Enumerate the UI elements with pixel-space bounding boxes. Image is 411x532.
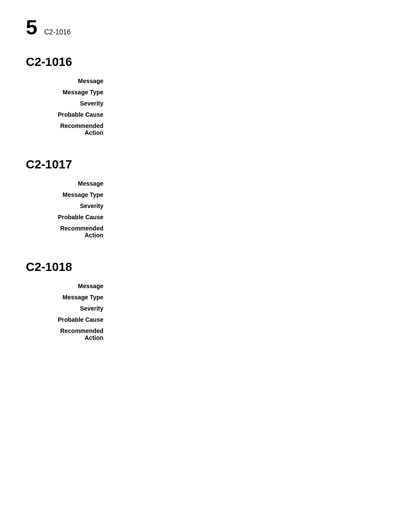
entry-c2-1016-field-label-3: Probable Cause bbox=[26, 111, 112, 122]
entry-c2-1016-field-label-1: Message Type bbox=[26, 89, 112, 100]
entry-c2-1018-field-row-1: Message Type bbox=[26, 294, 385, 305]
entry-c2-1018-field-value-3 bbox=[112, 316, 385, 327]
entry-c2-1017-field-value-2 bbox=[112, 202, 385, 214]
entry-c2-1018-field-row-3: Probable Cause bbox=[26, 316, 385, 327]
entry-c2-1017-fields: MessageMessage TypeSeverityProbable Caus… bbox=[26, 180, 385, 243]
page-title-header: C2-1016 bbox=[44, 28, 71, 36]
entry-c2-1017-field-row-2: Severity bbox=[26, 202, 385, 214]
entry-c2-1017-field-row-4: RecommendedAction bbox=[26, 225, 385, 243]
entry-c2-1018-field-value-1 bbox=[112, 294, 385, 305]
entry-c2-1017-field-value-1 bbox=[112, 191, 385, 202]
entry-c2-1017-field-row-0: Message bbox=[26, 180, 385, 191]
entry-c2-1018-fields: MessageMessage TypeSeverityProbable Caus… bbox=[26, 283, 385, 345]
entry-c2-1018-field-row-0: Message bbox=[26, 283, 385, 294]
entry-c2-1016-field-row-1: Message Type bbox=[26, 89, 385, 100]
entry-c2-1018-field-row-4: RecommendedAction bbox=[26, 327, 385, 345]
entry-c2-1016-field-row-3: Probable Cause bbox=[26, 111, 385, 122]
entry-c2-1016-field-row-2: Severity bbox=[26, 100, 385, 111]
page-number: 5 bbox=[26, 17, 37, 38]
entry-c2-1018-field-label-3: Probable Cause bbox=[26, 316, 112, 327]
entry-c2-1017: C2-1017MessageMessage TypeSeverityProbab… bbox=[26, 158, 385, 243]
entry-c2-1016-field-row-4: RecommendedAction bbox=[26, 122, 385, 140]
entry-c2-1017-field-label-4: RecommendedAction bbox=[26, 225, 112, 243]
entry-c2-1016-field-row-0: Message bbox=[26, 78, 385, 89]
entry-c2-1017-title: C2-1017 bbox=[26, 158, 385, 171]
entry-c2-1016-field-value-4 bbox=[112, 122, 385, 140]
entry-c2-1018: C2-1018MessageMessage TypeSeverityProbab… bbox=[26, 260, 385, 345]
entry-c2-1018-field-value-4 bbox=[112, 327, 385, 345]
entry-c2-1018-title: C2-1018 bbox=[26, 260, 385, 274]
entry-c2-1016-field-label-4: RecommendedAction bbox=[26, 122, 112, 140]
entry-c2-1016-field-value-2 bbox=[112, 100, 385, 111]
entry-c2-1017-field-value-0 bbox=[112, 180, 385, 191]
entry-c2-1016-fields: MessageMessage TypeSeverityProbable Caus… bbox=[26, 78, 385, 140]
entry-c2-1017-field-row-1: Message Type bbox=[26, 191, 385, 202]
entry-c2-1018-field-label-1: Message Type bbox=[26, 294, 112, 305]
entry-c2-1018-field-value-0 bbox=[112, 283, 385, 294]
entry-c2-1017-field-label-2: Severity bbox=[26, 202, 112, 214]
entry-c2-1018-field-value-2 bbox=[112, 305, 385, 316]
entry-c2-1016-field-label-0: Message bbox=[26, 78, 112, 89]
entry-c2-1017-field-label-3: Probable Cause bbox=[26, 214, 112, 225]
entries-container: C2-1016MessageMessage TypeSeverityProbab… bbox=[26, 55, 385, 345]
entry-c2-1018-field-row-2: Severity bbox=[26, 305, 385, 316]
entry-c2-1017-field-value-3 bbox=[112, 214, 385, 225]
entry-c2-1017-field-row-3: Probable Cause bbox=[26, 214, 385, 225]
entry-c2-1017-field-value-4 bbox=[112, 225, 385, 243]
entry-c2-1018-field-label-2: Severity bbox=[26, 305, 112, 316]
entry-c2-1016-field-value-3 bbox=[112, 111, 385, 122]
entry-c2-1016-field-label-2: Severity bbox=[26, 100, 112, 111]
entry-c2-1018-field-label-0: Message bbox=[26, 283, 112, 294]
entry-c2-1017-field-label-0: Message bbox=[26, 180, 112, 191]
entry-c2-1016: C2-1016MessageMessage TypeSeverityProbab… bbox=[26, 55, 385, 140]
entry-c2-1016-field-value-1 bbox=[112, 89, 385, 100]
entry-c2-1016-field-value-0 bbox=[112, 78, 385, 89]
entry-c2-1018-field-label-4: RecommendedAction bbox=[26, 327, 112, 345]
entry-c2-1017-field-label-1: Message Type bbox=[26, 191, 112, 202]
page-header: 5 C2-1016 bbox=[26, 17, 385, 38]
entry-c2-1016-title: C2-1016 bbox=[26, 55, 385, 69]
